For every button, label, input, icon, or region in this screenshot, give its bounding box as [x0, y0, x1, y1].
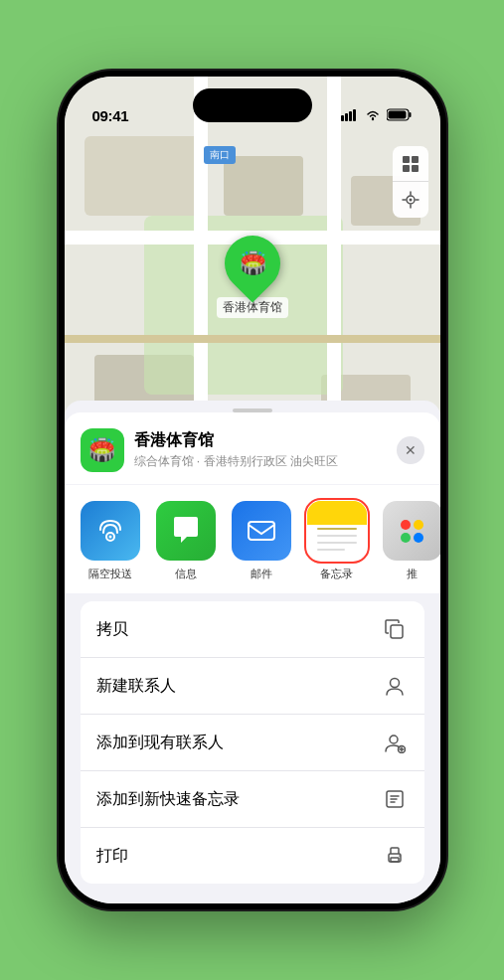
map-block	[224, 156, 303, 216]
more-label: 推	[407, 567, 418, 581]
venue-icon: 🏟️	[81, 428, 124, 472]
close-icon: ✕	[405, 442, 417, 458]
stadium-pin: 🏟️ 香港体育馆	[217, 236, 288, 318]
battery-icon	[387, 108, 413, 124]
new-contact-label: 新建联系人	[96, 676, 176, 697]
venue-name: 香港体育馆	[134, 430, 397, 451]
menu-item-add-existing[interactable]: 添加到现有联系人	[81, 715, 424, 771]
venue-info: 香港体育馆 综合体育馆 · 香港特别行政区 油尖旺区	[134, 430, 397, 470]
phone-frame: 09:41	[59, 71, 446, 909]
svg-point-4	[371, 117, 373, 119]
menu-item-new-contact[interactable]: 新建联系人	[81, 658, 424, 715]
messages-icon	[156, 501, 216, 561]
print-icon	[381, 842, 409, 870]
svg-rect-11	[412, 165, 419, 172]
svg-point-15	[108, 536, 111, 539]
mail-label: 邮件	[251, 567, 272, 581]
menu-list: 拷贝 新建联系人	[81, 601, 424, 884]
app-item-notes[interactable]: 备忘录	[303, 501, 371, 581]
more-dots	[401, 520, 423, 543]
map-road	[65, 335, 440, 343]
svg-rect-7	[388, 111, 406, 119]
app-item-more[interactable]: 推	[379, 501, 440, 581]
add-existing-icon	[381, 729, 409, 756]
airdrop-icon	[81, 501, 140, 561]
map-controls	[393, 146, 428, 218]
status-icons	[341, 108, 413, 124]
menu-item-add-notes[interactable]: 添加到新快速备忘录	[81, 771, 424, 828]
map-block	[84, 136, 204, 216]
add-notes-label: 添加到新快速备忘录	[96, 789, 240, 810]
sheet-header: 🏟️ 香港体育馆 综合体育馆 · 香港特别行政区 油尖旺区 ✕	[65, 412, 440, 484]
copy-label: 拷贝	[96, 619, 128, 640]
venue-description: 综合体育馆 · 香港特别行政区 油尖旺区	[134, 453, 397, 470]
stadium-icon: 🏟️	[239, 250, 265, 276]
add-notes-icon	[381, 785, 409, 813]
svg-rect-10	[403, 165, 410, 172]
status-time: 09:41	[92, 107, 129, 124]
svg-rect-3	[353, 109, 356, 121]
status-bar: 09:41	[65, 77, 440, 130]
svg-rect-2	[349, 111, 352, 121]
mail-icon	[232, 501, 291, 561]
map-type-button[interactable]	[393, 146, 428, 182]
phone-screen: 09:41	[65, 77, 440, 903]
svg-rect-17	[391, 625, 403, 638]
svg-rect-1	[345, 113, 348, 121]
new-contact-icon	[381, 672, 409, 700]
print-label: 打印	[96, 846, 128, 867]
more-icon	[383, 501, 440, 561]
svg-rect-6	[409, 112, 411, 117]
menu-item-copy[interactable]: 拷贝	[81, 601, 424, 658]
messages-label: 信息	[175, 567, 197, 581]
notes-label: 备忘录	[320, 567, 353, 581]
bottom-sheet: 🏟️ 香港体育馆 综合体育馆 · 香港特别行政区 油尖旺区 ✕	[65, 401, 440, 903]
svg-rect-9	[412, 156, 419, 163]
app-item-messages[interactable]: 信息	[152, 501, 220, 581]
wifi-icon	[365, 109, 381, 124]
svg-point-18	[390, 679, 399, 688]
app-item-mail[interactable]: 邮件	[228, 501, 295, 581]
svg-rect-16	[249, 522, 274, 540]
apps-row: 隔空投送 信息	[65, 485, 440, 593]
svg-point-13	[409, 199, 412, 202]
airdrop-label: 隔空投送	[88, 567, 132, 581]
svg-point-19	[390, 735, 398, 743]
map-entrance-label: 南口	[204, 146, 236, 164]
svg-rect-0	[341, 115, 344, 121]
pin-circle: 🏟️	[213, 224, 291, 302]
menu-item-print[interactable]: 打印	[81, 828, 424, 884]
app-item-airdrop[interactable]: 隔空投送	[77, 501, 144, 581]
location-button[interactable]	[393, 182, 428, 218]
svg-point-24	[399, 855, 401, 857]
svg-rect-8	[403, 156, 410, 163]
add-existing-label: 添加到现有联系人	[96, 733, 224, 753]
copy-icon	[381, 615, 409, 643]
svg-rect-23	[391, 858, 399, 862]
notes-icon	[307, 501, 367, 561]
close-button[interactable]: ✕	[397, 436, 424, 464]
signal-icon	[341, 109, 359, 124]
